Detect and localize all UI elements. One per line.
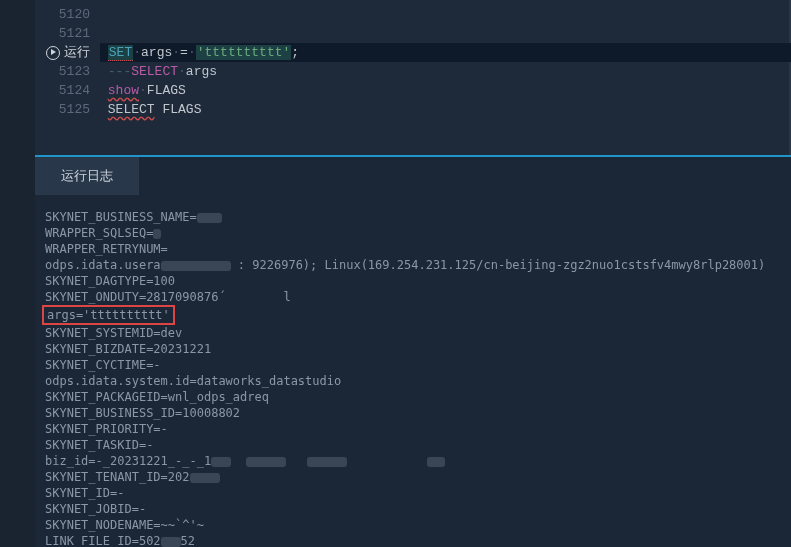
code-editor[interactable]: 5120 5121 运行 5123 5124 5125 SET·args·=·'… [0,0,791,155]
tab-bar: 运行日志 [35,155,791,195]
log-line: WRAPPER_RETRYNUM= [45,241,781,257]
string-literal: 'tttttttttt' [196,45,292,60]
log-line: SKYNET_JOBID=- [45,501,781,517]
code-line[interactable] [100,24,791,43]
log-line: SKYNET_SYSTEMID=dev [45,325,781,341]
line-number: 5121 [59,24,90,43]
log-output[interactable]: SKYNET_BUSINESS_NAME= WRAPPER_SQLSEQ= WR… [35,195,791,547]
semicolon: ; [291,45,299,60]
line-number: 5125 [59,100,90,119]
line-number: 5123 [59,62,90,81]
keyword-select: SELECT [108,102,155,117]
line-number-gutter: 5120 5121 运行 5123 5124 5125 [0,0,100,155]
log-line: SKYNET_BIZDATE=20231221 [45,341,781,357]
play-icon [46,46,60,60]
log-line: SKYNET_PACKAGEID=wnl_odps_adreq [45,389,781,405]
log-line: SKYNET_NODENAME=~~`^'~ [45,517,781,533]
code-line[interactable]: SELECT FLAGS [100,100,791,119]
keyword-set: SET [108,45,133,61]
log-line: biz_id=-_20231221_-_-_1 [45,453,781,469]
log-line: SKYNET_TASKID=- [45,437,781,453]
log-line: SKYNET_TENANT_ID=202 [45,469,781,485]
log-line: SKYNET_CYCTIME=- [45,357,781,373]
code-line[interactable] [100,5,791,24]
code-line[interactable]: show·FLAGS [100,81,791,100]
log-line-highlighted: args='tttttttttt' [45,305,781,325]
log-line: SKYNET_BUSINESS_ID=10008802 [45,405,781,421]
run-label: 运行 [64,43,90,62]
identifier-args: args [141,45,172,60]
line-number: 5124 [59,81,90,100]
keyword-show: show [108,83,139,98]
log-line: odps.idata.usera : 9226976); Linux(169.2… [45,257,781,273]
dashes: --- [108,64,131,79]
tab-run-log[interactable]: 运行日志 [35,157,139,195]
tab-label: 运行日志 [61,168,113,183]
code-line[interactable]: ---SELECT·args [100,62,791,81]
log-line: SKYNET_PRIORITY=- [45,421,781,437]
log-line: LINK_FILE_ID=50252 [45,533,781,547]
log-line: WRAPPER_SQLSEQ= [45,225,781,241]
log-line: SKYNET_DAGTYPE=100 [45,273,781,289]
line-number: 5120 [59,5,90,24]
log-line: SKYNET_ID=- [45,485,781,501]
identifier-flags: FLAGS [147,83,186,98]
code-content[interactable]: SET·args·=·'tttttttttt'; ---SELECT·args … [100,0,791,155]
run-button[interactable]: 运行 [46,43,90,62]
identifier-flags: FLAGS [162,102,201,117]
identifier-args: args [186,64,217,79]
log-line: SKYNET_BUSINESS_NAME= [45,209,781,225]
highlighted-args: args='tttttttttt' [42,305,175,325]
keyword-select: SELECT [131,64,178,79]
log-line: odps.idata.system.id=dataworks_datastudi… [45,373,781,389]
log-line: SKYNET_ONDUTY=2817090876´ l [45,289,781,305]
code-line-active[interactable]: SET·args·=·'tttttttttt'; [100,43,791,62]
operator-eq: = [180,45,188,60]
